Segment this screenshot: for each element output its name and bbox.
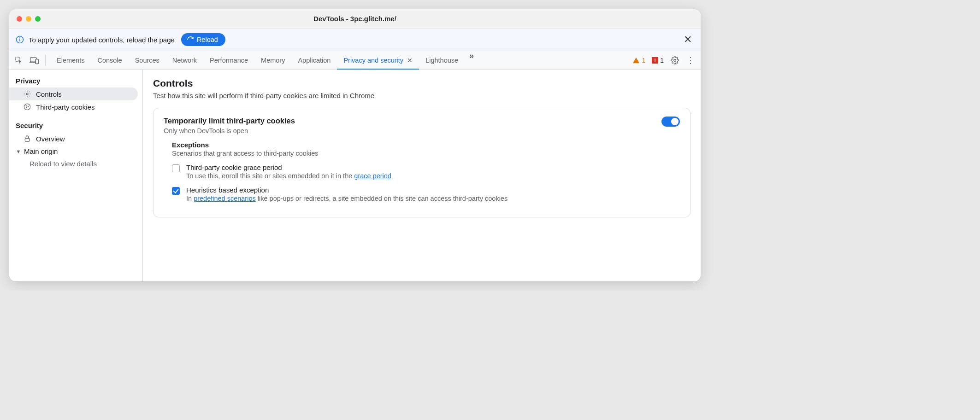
gear-icon: [671, 56, 679, 64]
minimize-window-button[interactable]: [26, 16, 31, 22]
exceptions-section: Exceptions Scenarios that grant access t…: [164, 141, 680, 202]
svg-point-11: [28, 106, 28, 107]
issues-count: 1: [660, 57, 664, 64]
svg-rect-13: [25, 138, 29, 141]
sidebar-item-label: Controls: [36, 90, 62, 98]
toolbar-left: [9, 55, 50, 66]
gear-icon: [23, 90, 31, 98]
svg-point-2: [20, 38, 20, 38]
svg-rect-6: [35, 59, 38, 64]
kebab-icon: ⋮: [686, 56, 695, 64]
tab-network[interactable]: Network: [166, 51, 203, 69]
content-area: Privacy Controls Third-party cookies Sec…: [9, 70, 701, 281]
close-window-button[interactable]: [17, 16, 22, 22]
titlebar: DevTools - 3pc.glitch.me/: [9, 9, 701, 29]
svg-point-12: [26, 107, 27, 108]
infobar-text: To apply your updated controls, reload t…: [29, 36, 175, 44]
exceptions-heading: Exceptions: [172, 141, 680, 149]
page-title: Controls: [153, 78, 691, 89]
sidebar: Privacy Controls Third-party cookies Sec…: [9, 70, 143, 281]
main-panel: Controls Test how this site will perform…: [143, 70, 701, 281]
issues-badge[interactable]: ! 1: [652, 57, 664, 64]
warning-icon: [632, 57, 640, 64]
limit-cookies-toggle[interactable]: [661, 117, 680, 127]
close-tab-icon[interactable]: ✕: [407, 57, 413, 64]
toolbar-right: 1 ! 1 ⋮: [632, 56, 701, 65]
sidebar-item-label: Third-party cookies: [36, 103, 95, 111]
sidebar-heading-security: Security: [9, 119, 142, 132]
tab-elements[interactable]: Elements: [50, 51, 91, 69]
inspect-icon[interactable]: [14, 56, 23, 65]
exception-grace-period: Third-party cookie grace period To use t…: [172, 163, 680, 180]
info-icon: [16, 35, 24, 44]
grace-period-description: To use this, enroll this site or sites e…: [186, 172, 391, 180]
cookie-icon: [23, 103, 31, 111]
tab-privacy-and-security[interactable]: Privacy and security ✕: [337, 51, 419, 69]
reload-button-label: Reload: [197, 36, 218, 43]
maximize-window-button[interactable]: [35, 16, 41, 22]
chevron-down-icon: ▼: [16, 149, 21, 154]
sidebar-heading-privacy: Privacy: [9, 74, 142, 88]
sidebar-item-label: Main origin: [24, 147, 58, 155]
heuristics-checkbox[interactable]: [172, 187, 180, 195]
sidebar-reload-message: Reload to view details: [9, 158, 142, 170]
warnings-badge[interactable]: 1: [632, 57, 645, 64]
lock-icon: [23, 134, 31, 143]
sidebar-item-overview[interactable]: Overview: [9, 132, 142, 145]
settings-button[interactable]: [670, 56, 679, 65]
devtools-window: DevTools - 3pc.glitch.me/ To apply your …: [9, 9, 701, 281]
limit-cookies-card: Temporarily limit third-party cookies On…: [153, 108, 691, 217]
sidebar-item-third-party-cookies[interactable]: Third-party cookies: [9, 100, 142, 113]
toolbar-divider: [45, 55, 46, 66]
main-toolbar: Elements Console Sources Network Perform…: [9, 51, 701, 70]
svg-point-8: [26, 93, 28, 95]
svg-point-10: [26, 105, 26, 106]
warnings-count: 1: [642, 57, 645, 64]
svg-point-9: [24, 104, 30, 110]
sidebar-item-label: Overview: [36, 135, 65, 143]
issue-icon: !: [652, 57, 658, 64]
traffic-lights: [9, 16, 41, 22]
more-tabs-button[interactable]: »: [465, 51, 478, 69]
page-subtitle: Test how this site will perform if third…: [153, 92, 691, 99]
more-options-button[interactable]: ⋮: [686, 56, 695, 65]
tab-sources[interactable]: Sources: [129, 51, 166, 69]
sidebar-item-main-origin[interactable]: ▼ Main origin: [9, 145, 142, 158]
exceptions-subtitle: Scenarios that grant access to third-par…: [172, 150, 680, 157]
exception-heuristics: Heuristics based exception In predefined…: [172, 186, 680, 202]
heuristics-description: In predefined scenarios like pop-ups or …: [186, 195, 508, 202]
svg-point-7: [674, 59, 676, 61]
window-title: DevTools - 3pc.glitch.me/: [9, 15, 701, 23]
tab-application[interactable]: Application: [291, 51, 337, 69]
close-icon: ✕: [684, 34, 692, 46]
device-toolbar-icon[interactable]: [30, 56, 39, 65]
chevron-double-right-icon: »: [469, 51, 474, 60]
tab-memory[interactable]: Memory: [254, 51, 291, 69]
card-title: Temporarily limit third-party cookies: [164, 117, 295, 125]
sidebar-item-controls[interactable]: Controls: [9, 88, 138, 100]
predefined-scenarios-link[interactable]: predefined scenarios: [194, 195, 256, 202]
panel-tabs: Elements Console Sources Network Perform…: [50, 51, 478, 69]
card-subtitle: Only when DevTools is open: [164, 127, 295, 134]
heuristics-label: Heuristics based exception: [186, 186, 508, 194]
infobar-close-button[interactable]: ✕: [681, 33, 694, 46]
reload-icon: [187, 36, 194, 43]
tab-console[interactable]: Console: [91, 51, 128, 69]
tab-performance[interactable]: Performance: [203, 51, 254, 69]
grace-period-checkbox[interactable]: [172, 164, 180, 172]
grace-period-link[interactable]: grace period: [354, 172, 391, 180]
grace-period-label: Third-party cookie grace period: [186, 163, 391, 171]
reload-button[interactable]: Reload: [181, 33, 225, 46]
card-header: Temporarily limit third-party cookies On…: [164, 117, 680, 134]
tab-lighthouse[interactable]: Lighthouse: [419, 51, 465, 69]
infobar: To apply your updated controls, reload t…: [9, 29, 701, 51]
